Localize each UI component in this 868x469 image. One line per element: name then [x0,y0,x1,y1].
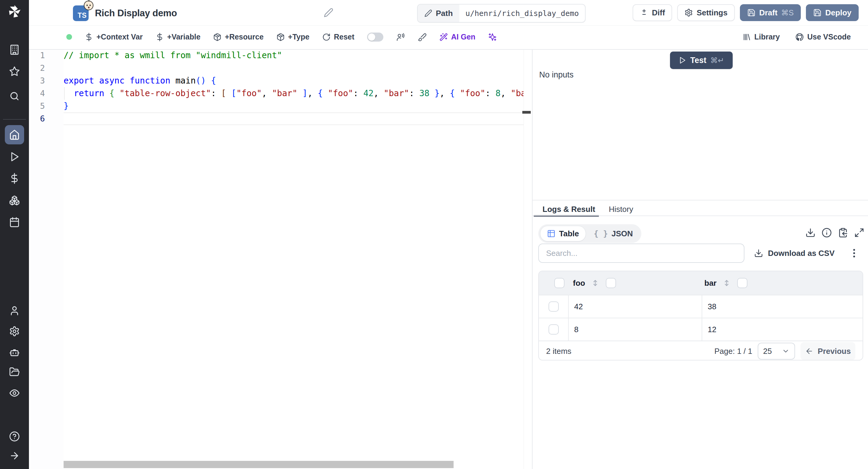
emoji-face-icon [84,1,93,10]
column-foo-checkbox[interactable] [606,278,616,288]
sidebar-item-workspace[interactable] [9,44,20,55]
dollar-icon [9,173,20,184]
deploy-button[interactable]: Deploy [806,4,859,21]
tabs-bottom-border [532,216,868,216]
add-type-button[interactable]: +Type [276,33,310,41]
column-bar-checkbox[interactable] [737,278,747,288]
line-number: 3 [29,74,64,87]
sidebar-item-help[interactable] [9,431,20,442]
sidebar-expand-button[interactable] [9,450,20,461]
overview-ruler-cursor-mark [522,111,531,114]
sidebar-item-settings[interactable] [9,326,20,337]
path-control[interactable]: Path u/henri/rich_display_demo [417,4,586,23]
help-circle-icon [9,431,20,442]
play-icon [9,151,20,162]
tab-history[interactable]: History [609,205,633,214]
test-shortcut: ⌘↵ [710,56,724,65]
previous-page-button[interactable]: Previous [801,342,855,360]
diff-button[interactable]: Diff [632,4,672,21]
path-value: u/henri/rich_display_demo [459,4,585,22]
result-view-toggle: Table { } JSON [538,224,641,243]
draft-button[interactable]: Draft ⌘S [740,4,801,21]
table-icon [547,229,555,238]
add-context-var-button[interactable]: +Context Var [85,33,143,41]
reset-button[interactable]: Reset [322,33,354,41]
table-cell: 12 [702,318,863,341]
search-input[interactable] [538,244,744,263]
save-icon [813,8,822,17]
user-icon [9,305,20,316]
view-json-button[interactable]: { } JSON [587,226,640,241]
sort-foo-icon[interactable] [591,278,600,288]
edit-summary-pencil-icon[interactable] [324,8,333,18]
run-result-panel: Test ⌘↵ No inputs Logs & Result History … [532,49,868,469]
sidebar-item-users[interactable] [9,305,20,316]
result-table-body: 4238812 [539,295,863,341]
row-checkbox[interactable] [549,324,559,335]
info-icon[interactable] [822,227,832,238]
format-brush-icon[interactable] [418,33,427,41]
sidebar-item-favorites[interactable] [9,66,20,77]
select-all-checkbox[interactable] [554,278,564,288]
sidebar-item-schedules[interactable] [9,217,20,227]
download-result-icon[interactable] [805,227,815,238]
code-line [64,62,524,74]
table-menu-kebab[interactable] [849,244,859,263]
package-icon [213,33,221,41]
tab-logs-result[interactable]: Logs & Result [542,205,595,214]
result-tabs: Logs & Result History [532,200,868,216]
sidebar-item-home[interactable] [5,125,24,145]
table-cell: 38 [702,295,863,318]
line-number: 1 [29,49,64,62]
clipboard-copy-icon[interactable] [838,227,848,238]
code-line [64,113,524,125]
sidebar-item-audit[interactable] [9,387,20,399]
add-variable-button[interactable]: +Variable [156,33,201,41]
sidebar-item-resources[interactable] [9,195,20,206]
package-icon [276,33,285,41]
use-vscode-button[interactable]: Use VScode [795,33,851,41]
page-size-select[interactable]: 25 [758,343,795,359]
sidebar-item-variables[interactable] [9,173,20,184]
status-dot [66,34,72,40]
code-line: } [64,100,524,113]
topbar: TS Rich Display demo Path u/henri/rich_d… [29,0,868,26]
horizontal-scrollbar[interactable] [64,461,454,468]
column-header-foo: foo [573,279,585,288]
user-voice-icon[interactable] [396,33,405,41]
code-editor[interactable]: 123456 // import * as wmill from "windmi… [29,49,532,469]
windmill-logo-icon[interactable] [7,4,22,19]
sidebar-item-folders[interactable] [9,367,20,377]
path-label: Path [436,9,453,18]
play-icon [678,56,686,64]
gear-icon [684,8,693,17]
library-button[interactable]: Library [743,33,780,41]
sidebar-item-search[interactable] [9,91,20,101]
line-number: 5 [29,100,64,113]
table-header: foo bar [539,271,863,295]
table-row: 4238 [539,295,863,318]
sparkles-icon[interactable] [488,33,497,41]
sidebar-item-runs[interactable] [9,151,20,162]
sidebar-item-workers[interactable] [9,347,20,357]
building-icon [9,44,20,55]
code-line: export async function main() { [64,74,524,87]
robot-icon [9,347,20,357]
settings-button[interactable]: Settings [677,4,735,21]
dollar-icon [85,33,93,41]
add-resource-button[interactable]: +Resource [213,33,264,41]
download-csv-button[interactable]: Download as CSV [754,244,835,263]
download-icon [754,249,763,258]
sidebar-divider [3,119,26,120]
sort-bar-icon[interactable] [722,278,731,288]
folder-open-icon [9,367,20,377]
view-table-button[interactable]: Table [540,226,586,242]
ai-gen-button[interactable]: AI Gen [439,33,475,41]
braces-icon: { } [594,229,608,238]
editor-code[interactable]: // import * as wmill from "windmill-clie… [64,49,524,469]
row-checkbox[interactable] [549,302,559,312]
test-button[interactable]: Test ⌘↵ [670,52,733,69]
mode-toggle[interactable] [367,33,383,41]
boxes-icon [9,195,20,206]
expand-icon[interactable] [854,227,864,238]
